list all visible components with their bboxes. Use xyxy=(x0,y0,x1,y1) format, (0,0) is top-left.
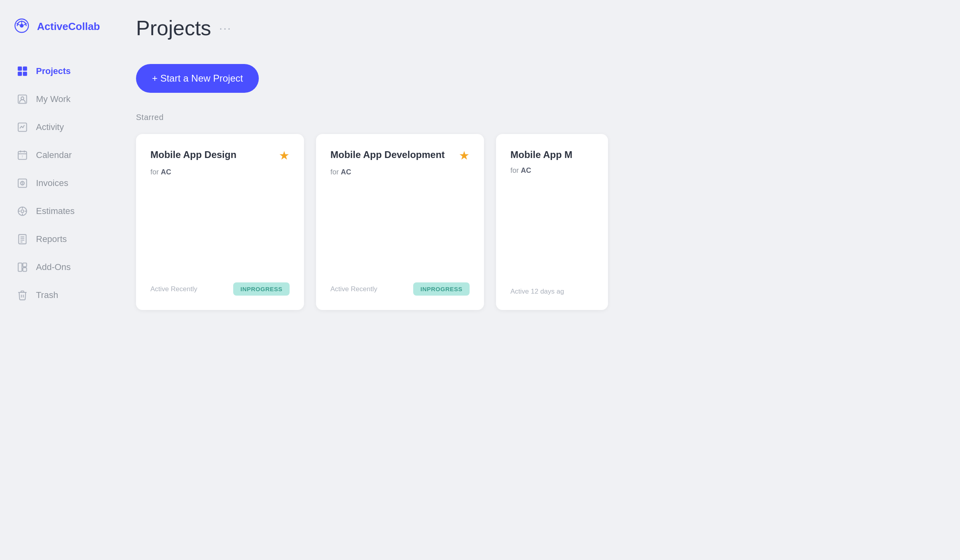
card-footer-0: Active Recently INPROGRESS xyxy=(150,282,290,296)
sidebar-label-reports: Reports xyxy=(36,234,67,244)
sidebar-item-projects[interactable]: Projects xyxy=(4,58,108,85)
star-icon-1[interactable]: ★ xyxy=(459,148,470,162)
sidebar-label-estimates: Estimates xyxy=(36,206,75,216)
sidebar-item-calendar[interactable]: 7 Calendar xyxy=(4,142,108,169)
logo-area: ActiveCollab xyxy=(0,16,112,57)
logo-icon xyxy=(12,16,32,37)
sidebar-label-my-work: My Work xyxy=(36,94,70,104)
projects-icon xyxy=(16,65,29,78)
sidebar-nav: Projects My Work Activity xyxy=(0,57,112,310)
svg-point-0 xyxy=(20,24,24,28)
card-header-2: Mobile App M xyxy=(510,148,594,161)
my-work-icon xyxy=(16,93,29,106)
card-activity-2: Active 12 days ag xyxy=(510,288,564,296)
card-activity-1: Active Recently xyxy=(330,285,377,293)
project-cards-row: Mobile App Design ★ for AC Active Recent… xyxy=(136,134,936,310)
card-client-name-0: AC xyxy=(161,168,171,176)
svg-text:$: $ xyxy=(22,182,24,185)
activity-icon xyxy=(16,121,29,134)
card-client-1: for AC xyxy=(330,168,470,176)
page-header: Projects ··· xyxy=(136,16,936,40)
svg-rect-27 xyxy=(18,263,22,272)
card-status-1: INPROGRESS xyxy=(413,282,470,296)
sidebar-item-my-work[interactable]: My Work xyxy=(4,86,108,113)
logo-text: ActiveCollab xyxy=(37,20,100,33)
svg-rect-29 xyxy=(23,268,26,271)
sidebar-item-invoices[interactable]: $ Invoices xyxy=(4,170,108,197)
svg-rect-26 xyxy=(20,236,24,237)
starred-section-label: Starred xyxy=(136,113,936,122)
svg-rect-4 xyxy=(23,72,27,76)
card-footer-2: Active 12 days ag xyxy=(510,288,594,296)
sidebar-label-activity: Activity xyxy=(36,122,64,132)
svg-rect-28 xyxy=(23,263,26,267)
trash-icon xyxy=(16,289,29,302)
svg-text:7: 7 xyxy=(22,155,23,158)
card-header-0: Mobile App Design ★ xyxy=(150,148,290,162)
project-card-0[interactable]: Mobile App Design ★ for AC Active Recent… xyxy=(136,134,304,310)
sidebar: ActiveCollab Projects xyxy=(0,0,112,560)
sidebar-item-add-ons[interactable]: Add-Ons xyxy=(4,254,108,281)
project-card-2[interactable]: Mobile App M for AC Active 12 days ag xyxy=(496,134,608,310)
sidebar-item-trash[interactable]: Trash xyxy=(4,282,108,309)
card-activity-0: Active Recently xyxy=(150,285,197,293)
card-client-0: for AC xyxy=(150,168,290,176)
sidebar-label-trash: Trash xyxy=(36,290,58,300)
card-footer-1: Active Recently INPROGRESS xyxy=(330,282,470,296)
card-title-2: Mobile App M xyxy=(510,148,594,161)
sidebar-label-invoices: Invoices xyxy=(36,178,68,188)
card-client-name-2: AC xyxy=(521,166,531,174)
sidebar-item-activity[interactable]: Activity xyxy=(4,114,108,141)
star-icon-0[interactable]: ★ xyxy=(279,148,290,162)
card-status-0: INPROGRESS xyxy=(233,282,290,296)
main-content: Projects ··· + Start a New Project Starr… xyxy=(112,0,960,560)
svg-rect-2 xyxy=(23,66,27,71)
card-title-1: Mobile App Development xyxy=(330,148,459,161)
card-client-2: for AC xyxy=(510,166,594,175)
estimates-icon xyxy=(16,205,29,218)
svg-rect-22 xyxy=(19,234,26,244)
svg-point-17 xyxy=(21,210,24,213)
reports-icon xyxy=(16,233,29,246)
svg-rect-3 xyxy=(18,72,22,76)
more-options-icon[interactable]: ··· xyxy=(219,21,232,35)
card-header-1: Mobile App Development ★ xyxy=(330,148,470,162)
invoices-icon: $ xyxy=(16,177,29,190)
calendar-icon: 7 xyxy=(16,149,29,162)
sidebar-label-add-ons: Add-Ons xyxy=(36,262,71,272)
page-title: Projects xyxy=(136,16,211,40)
sidebar-label-projects: Projects xyxy=(36,66,71,76)
sidebar-label-calendar: Calendar xyxy=(36,150,72,160)
card-client-name-1: AC xyxy=(341,168,351,176)
svg-rect-1 xyxy=(18,66,22,71)
add-ons-icon xyxy=(16,261,29,274)
project-card-1[interactable]: Mobile App Development ★ for AC Active R… xyxy=(316,134,484,310)
new-project-button[interactable]: + Start a New Project xyxy=(136,64,259,93)
card-title-0: Mobile App Design xyxy=(150,148,279,161)
sidebar-item-estimates[interactable]: Estimates xyxy=(4,198,108,225)
sidebar-item-reports[interactable]: Reports xyxy=(4,226,108,253)
